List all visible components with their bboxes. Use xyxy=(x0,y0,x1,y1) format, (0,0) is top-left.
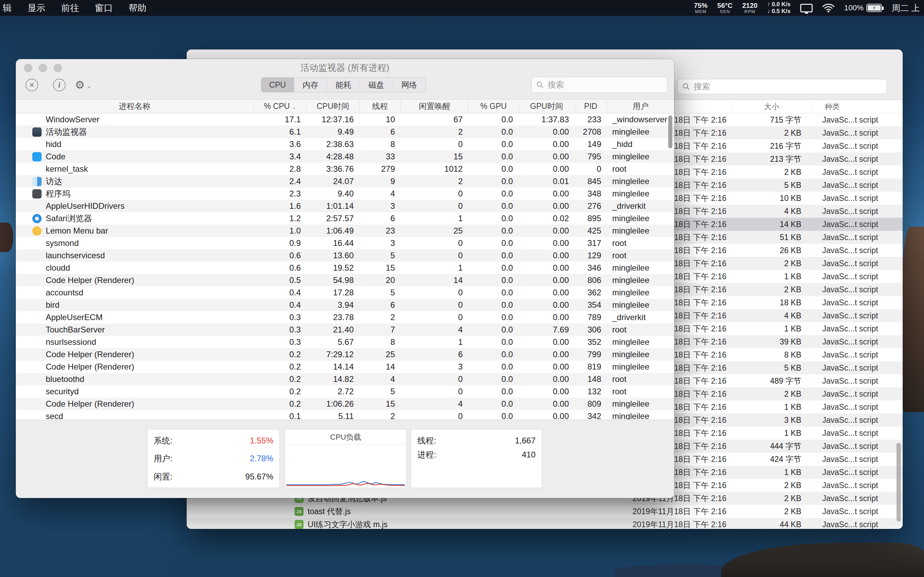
chevron-down-icon: ⌄ xyxy=(87,82,91,90)
file-size: 8 KB xyxy=(723,348,801,361)
process-row[interactable]: cloudd 0.6 19.52 15 1 0.0 0.00 346 mingl… xyxy=(16,262,674,274)
column-header-size[interactable]: 大小 xyxy=(732,100,811,113)
process-row[interactable]: 活动监视器 6.1 9.49 6 2 0.0 0.00 2708 minglei… xyxy=(16,126,674,138)
thread-count: 15 xyxy=(359,263,401,273)
titlebar[interactable]: 活动监视器 (所有进程) xyxy=(16,59,674,77)
gpu-percent: 0.0 xyxy=(468,337,519,347)
inspect-process-button[interactable]: i xyxy=(53,79,66,91)
menu-item[interactable]: 前往 xyxy=(61,2,79,14)
process-name: bluetoothd xyxy=(46,374,84,384)
process-row[interactable]: sysmond 0.9 16.44 3 0 0.0 0.00 317 root xyxy=(16,237,674,249)
process-row[interactable]: kernel_task 2.8 3:36.76 279 1012 0.0 0.0… xyxy=(16,163,674,175)
column-header-user[interactable]: 用户 xyxy=(607,100,674,113)
menu-item[interactable]: 帮助 xyxy=(129,2,147,14)
process-row[interactable]: WindowServer 17.1 12:37.16 10 67 0.0 1:3… xyxy=(16,113,674,126)
column-header-kind[interactable]: 种类 xyxy=(825,100,840,113)
tab-energy[interactable]: 能耗 xyxy=(327,77,360,92)
process-row[interactable]: nsurlsessiond 0.3 5.67 8 1 0.0 0.00 352 … xyxy=(16,336,674,348)
network-stat[interactable]: ↑ 0.0 K/s↓ 0.5 K/s xyxy=(767,1,791,15)
display-icon[interactable] xyxy=(800,4,813,12)
file-kind: JavaSc...t script xyxy=(822,113,878,126)
column-header-threads[interactable]: 线程 xyxy=(359,100,401,113)
finder-icon xyxy=(32,177,42,186)
tab-network[interactable]: 网络 xyxy=(393,77,426,92)
finder-search-field[interactable]: 搜索 xyxy=(677,79,887,94)
process-row[interactable]: Code Helper (Renderer) 0.2 1:06.26 15 4 … xyxy=(16,398,674,410)
wifi-icon[interactable] xyxy=(822,3,835,13)
scrollbar-thumb[interactable] xyxy=(668,115,672,148)
pid: 149 xyxy=(574,139,607,149)
process-row[interactable]: securityd 0.2 2.72 5 0 0.0 0.00 132 root xyxy=(16,385,674,398)
gear-icon: ⚙ xyxy=(75,78,85,91)
process-row[interactable]: 访达 2.4 24.07 9 2 0.0 0.01 845 mingleilee xyxy=(16,175,674,187)
fan-stat[interactable]: 2120RPM xyxy=(742,2,758,14)
process-row[interactable]: accountsd 0.4 17.28 5 0 0.0 0.00 362 min… xyxy=(16,287,674,299)
tab-cpu[interactable]: CPU xyxy=(261,77,294,92)
process-row[interactable]: AppleUserECM 0.3 23.78 2 0 0.0 0.00 789 … xyxy=(16,311,674,324)
menu-items: 辑显示前往窗口帮助 xyxy=(3,2,162,14)
file-kind: JavaSc...t script xyxy=(822,126,878,139)
thread-count: 8 xyxy=(359,139,401,149)
process-row[interactable]: bird 0.4 3.94 6 0 0.0 0.00 354 mingleile… xyxy=(16,299,674,311)
options-menu-button[interactable]: ⚙ ⌄ xyxy=(75,78,91,92)
process-row[interactable]: TouchBarServer 0.3 21.40 7 4 0.0 7.69 30… xyxy=(16,324,674,336)
search-field[interactable]: 搜索 xyxy=(531,77,667,93)
menu-item[interactable]: 显示 xyxy=(27,2,45,14)
memory-stat[interactable]: 75%MEM xyxy=(694,2,708,14)
cpu-time: 5.11 xyxy=(306,411,359,420)
tab-disk[interactable]: 磁盘 xyxy=(360,77,393,92)
process-row[interactable]: secd 0.1 5.11 2 0 0.0 0.00 342 mingleile… xyxy=(16,410,674,420)
file-kind: JavaSc...t script xyxy=(822,205,878,218)
process-row[interactable]: Code Helper (Renderer) 0.2 7:29.12 25 6 … xyxy=(16,348,674,361)
quit-process-button[interactable]: ✕ xyxy=(26,79,38,91)
idle-wakeups: 1012 xyxy=(401,164,468,174)
file-row[interactable]: JS UI练习文字小游戏 m.js 2019年11月18日 下午 2:16 44… xyxy=(187,518,903,529)
column-header-cputime[interactable]: CPU时间 xyxy=(306,100,359,113)
column-header-cpu[interactable]: % CPU⌄ xyxy=(254,100,306,113)
process-row[interactable]: hidd 3.6 2:38.63 8 0 0.0 0.00 149 _hidd xyxy=(16,138,674,150)
process-row[interactable]: Code 3.4 4:28.48 33 15 0.0 0.00 795 ming… xyxy=(16,150,674,163)
file-size: 2 KB xyxy=(723,126,801,139)
menu-item[interactable]: 窗口 xyxy=(95,2,113,14)
menu-item[interactable]: 辑 xyxy=(3,2,12,14)
temperature-stat[interactable]: 56°CSEN xyxy=(717,2,733,14)
column-header-idlewake[interactable]: 闲置唤醒 xyxy=(401,100,468,113)
cpu-time: 12:37.16 xyxy=(306,115,359,124)
file-size: 2 KB xyxy=(723,505,801,518)
process-row[interactable]: Code Helper (Renderer) 0.5 54.98 20 14 0… xyxy=(16,274,674,287)
process-row[interactable]: 程序坞 2.3 9.40 4 0 0.0 0.00 348 mingleilee xyxy=(16,187,674,200)
process-row[interactable]: AppleUserHIDDrivers 1.6 1:01.14 3 0 0.0 … xyxy=(16,200,674,212)
minimize-button[interactable] xyxy=(39,64,47,72)
tab-memory[interactable]: 内存 xyxy=(294,77,327,92)
cpu-percent: 0.2 xyxy=(254,362,306,372)
search-icon xyxy=(536,81,544,89)
finder-scrollbar[interactable] xyxy=(897,443,901,522)
close-button[interactable] xyxy=(24,64,32,72)
process-row[interactable]: Code Helper (Renderer) 0.2 14.14 14 3 0.… xyxy=(16,361,674,373)
cpu-time: 1:06.49 xyxy=(306,226,359,235)
file-kind: JavaSc...t script xyxy=(822,257,878,270)
system-label: 系统: xyxy=(153,435,173,446)
cpu-percent: 2.8 xyxy=(254,164,306,174)
process-row[interactable]: Safari浏览器 1.2 2:57.57 6 1 0.0 0.02 895 m… xyxy=(16,212,674,225)
column-header-process[interactable]: 进程名称 xyxy=(16,100,254,113)
cpu-time: 23.78 xyxy=(306,313,359,322)
thread-count: 4 xyxy=(359,374,401,384)
menu-status-area: 75%MEM 56°CSEN 2120RPM ↑ 0.0 K/s↓ 0.5 K/… xyxy=(694,1,922,15)
process-row[interactable]: Lemon Menu bar 1.0 1:06.49 23 25 0.0 0.0… xyxy=(16,225,674,237)
zoom-button[interactable] xyxy=(53,64,62,72)
cpu-percentage-box: 系统:1.55% 用户:2.78% 闲置:95.67% xyxy=(147,429,280,488)
file-size: 2 KB xyxy=(723,283,801,296)
column-header-pid[interactable]: PID xyxy=(574,100,607,113)
column-header-gputime[interactable]: GPU时间 xyxy=(519,100,574,113)
column-header-gpu[interactable]: % GPU xyxy=(468,100,519,113)
file-kind: JavaSc...t script xyxy=(822,166,878,179)
cpu-time: 2.72 xyxy=(306,387,359,396)
file-row[interactable]: JS toast 代替.js 2019年11月18日 下午 2:16 2 KB … xyxy=(187,505,903,518)
pid: 148 xyxy=(574,374,607,384)
file-name: toast 代替.js xyxy=(308,505,351,518)
menu-clock[interactable]: 周二 上 xyxy=(892,2,920,14)
process-row[interactable]: bluetoothd 0.2 14.82 4 0 0.0 0.00 148 ro… xyxy=(16,373,674,385)
battery-indicator[interactable]: 100% ⚡ xyxy=(844,3,882,12)
process-row[interactable]: launchservicesd 0.6 13.60 5 0 0.0 0.00 1… xyxy=(16,249,674,262)
